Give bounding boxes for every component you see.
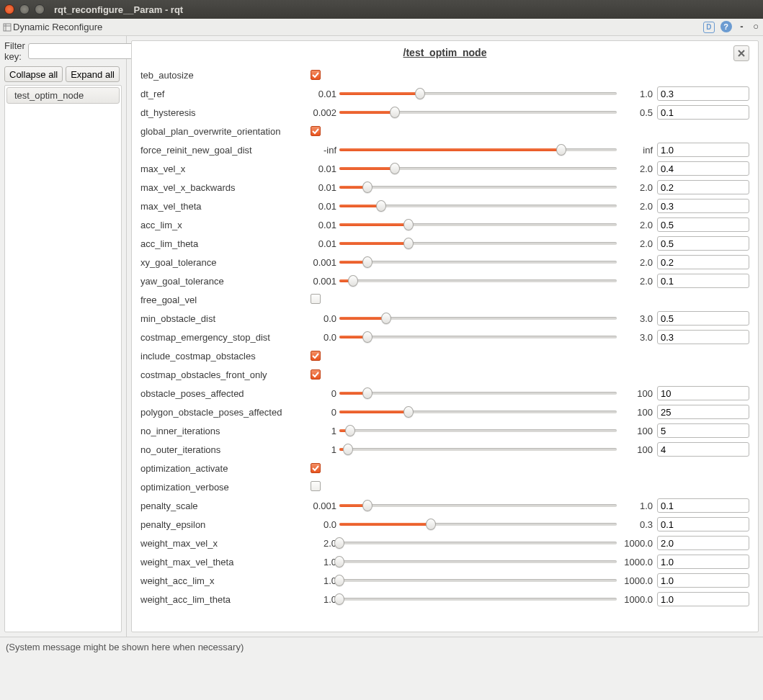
window-title: rqt_reconfigure__Param - rqt <box>54 4 183 15</box>
collapse-all-button[interactable]: Collapse all <box>4 66 63 82</box>
param-value-input[interactable] <box>657 86 749 101</box>
param-min: 0.01 <box>308 182 339 193</box>
param-slider[interactable] <box>339 593 617 606</box>
param-slider[interactable] <box>339 312 617 325</box>
param-value-input[interactable] <box>657 555 749 569</box>
param-slider[interactable] <box>339 237 617 250</box>
param-min: 0.001 <box>308 276 339 287</box>
param-checkbox[interactable] <box>311 351 321 361</box>
param-slider[interactable] <box>339 87 617 100</box>
param-slider[interactable] <box>339 574 617 587</box>
param-value-input[interactable] <box>657 180 749 194</box>
status-bar: (System message might be shown here when… <box>0 637 763 657</box>
param-min: 0.0 <box>308 313 339 324</box>
panel-close-button[interactable] <box>733 45 749 61</box>
param-label: teb_autosize <box>140 70 308 81</box>
param-label: polygon_obstacle_poses_affected <box>140 407 308 418</box>
param-value-input[interactable] <box>657 311 749 326</box>
param-value-input[interactable] <box>657 536 749 550</box>
param-slider[interactable] <box>339 106 617 119</box>
param-row: acc_lim_x0.012.0 <box>140 215 749 234</box>
param-slider[interactable] <box>339 218 617 231</box>
minimize-panel-icon[interactable]: - <box>737 21 746 32</box>
bottom-gap <box>0 657 763 700</box>
param-value-input[interactable] <box>657 423 749 438</box>
window-titlebar: rqt_reconfigure__Param - rqt <box>0 0 763 19</box>
window-minimize-button[interactable] <box>19 4 30 14</box>
param-slider[interactable] <box>339 331 617 344</box>
param-label: yaw_goal_tolerance <box>140 276 308 287</box>
param-value-input[interactable] <box>657 143 749 157</box>
param-min: 0.01 <box>308 238 339 249</box>
param-label: max_vel_theta <box>140 201 308 212</box>
help-icon[interactable]: ? <box>720 21 732 32</box>
param-label: max_vel_x_backwards <box>140 182 308 193</box>
toolbar-title: Dynamic Reconfigure <box>13 22 102 32</box>
param-slider[interactable] <box>339 405 617 418</box>
param-max: 100 <box>617 444 657 455</box>
param-value-input[interactable] <box>657 405 749 419</box>
param-value-input[interactable] <box>657 105 749 120</box>
param-max: 2.0 <box>617 238 657 249</box>
param-label: global_plan_overwrite_orientation <box>140 126 308 137</box>
param-checkbox[interactable] <box>311 126 321 136</box>
param-slider[interactable] <box>339 256 617 269</box>
param-slider[interactable] <box>339 387 617 400</box>
param-value-input[interactable] <box>657 442 749 457</box>
param-min: 0.0 <box>308 519 339 530</box>
filter-label: Filter key: <box>4 40 25 62</box>
param-row: dt_hysteresis0.0020.5 <box>140 103 749 122</box>
param-max: 0.3 <box>617 519 657 530</box>
param-value-input[interactable] <box>657 255 749 269</box>
param-slider[interactable] <box>339 518 617 531</box>
param-label: obstacle_poses_affected <box>140 388 308 399</box>
param-slider[interactable] <box>339 443 617 456</box>
window-maximize-button[interactable] <box>35 4 45 14</box>
param-slider[interactable] <box>339 181 617 194</box>
node-item[interactable]: test_optim_node <box>6 87 120 104</box>
param-value-input[interactable] <box>657 330 749 344</box>
param-row: include_costmap_obstacles <box>140 346 749 365</box>
param-checkbox[interactable] <box>311 481 321 491</box>
param-label: xy_goal_tolerance <box>140 257 308 268</box>
param-row: max_vel_x_backwards0.012.0 <box>140 178 749 197</box>
param-value-input[interactable] <box>657 498 749 513</box>
param-value-input[interactable] <box>657 386 749 400</box>
param-checkbox[interactable] <box>311 294 321 304</box>
param-max: 1000.0 <box>617 594 657 605</box>
left-panel: Filter key: Collapse all Expand all test… <box>0 36 127 637</box>
param-min: 0.001 <box>308 501 339 511</box>
param-slider[interactable] <box>339 537 617 549</box>
param-slider[interactable] <box>339 274 617 287</box>
param-checkbox[interactable] <box>311 463 321 473</box>
param-label: costmap_emergency_stop_dist <box>140 332 308 343</box>
param-slider[interactable] <box>339 499 617 512</box>
param-slider[interactable] <box>339 162 617 175</box>
param-slider[interactable] <box>339 199 617 212</box>
param-slider[interactable] <box>339 143 617 156</box>
node-list: test_optim_node <box>4 85 122 632</box>
param-row: global_plan_overwrite_orientation <box>140 122 749 140</box>
param-slider[interactable] <box>339 424 617 437</box>
param-row: optimization_activate <box>140 459 749 477</box>
close-panel-icon[interactable]: ○ <box>751 21 760 32</box>
window-close-button[interactable] <box>4 4 14 14</box>
param-value-input[interactable] <box>657 573 749 588</box>
param-value-input[interactable] <box>657 236 749 251</box>
param-slider[interactable] <box>339 555 617 568</box>
param-checkbox[interactable] <box>311 70 321 80</box>
param-value-input[interactable] <box>657 592 749 606</box>
param-value-input[interactable] <box>657 517 749 531</box>
param-row: penalty_epsilon0.00.3 <box>140 515 749 534</box>
param-label: no_outer_iterations <box>140 444 308 455</box>
param-value-input[interactable] <box>657 199 749 213</box>
param-row: teb_autosize <box>140 66 749 84</box>
param-row: weight_acc_lim_x1.01000.0 <box>140 571 749 590</box>
param-value-input[interactable] <box>657 217 749 232</box>
param-value-input[interactable] <box>657 274 749 288</box>
expand-all-button[interactable]: Expand all <box>66 66 120 82</box>
param-value-input[interactable] <box>657 161 749 176</box>
param-max: 100 <box>617 407 657 418</box>
param-checkbox[interactable] <box>311 369 321 380</box>
dock-icon[interactable]: D <box>703 22 715 33</box>
